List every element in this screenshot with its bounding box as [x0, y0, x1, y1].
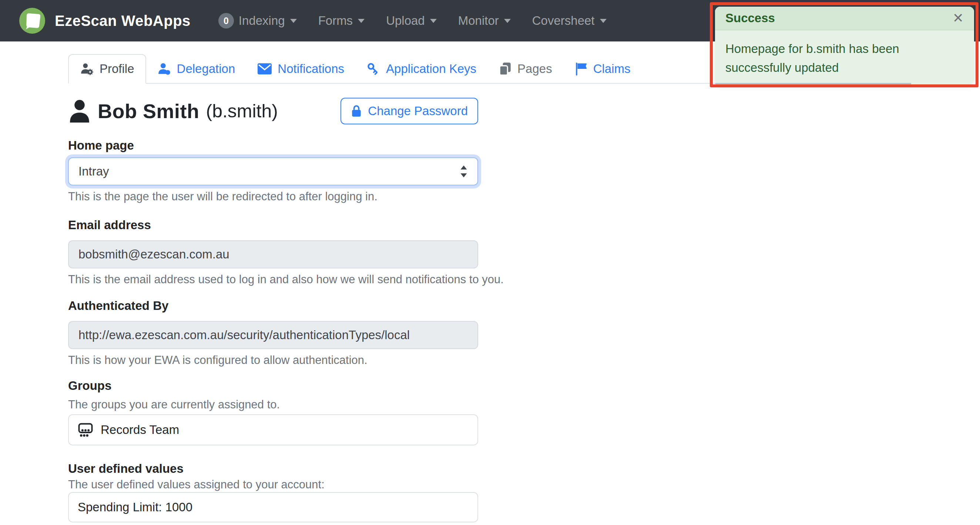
main-content: Profile Delegation Notifications	[0, 54, 980, 522]
change-password-button[interactable]: Change Password	[340, 98, 478, 124]
tab-label: Pages	[517, 62, 552, 76]
toast-title: Success	[725, 11, 775, 25]
key-icon	[366, 62, 380, 76]
tab-label: Application Keys	[386, 62, 476, 76]
indexing-count-badge: 0	[218, 13, 234, 29]
toast-progress-bar	[715, 83, 911, 86]
nav-item-label: Indexing	[239, 14, 285, 28]
envelope-icon	[257, 62, 272, 75]
tab-application-keys[interactable]: Application Keys	[355, 55, 487, 83]
app-title: EzeScan WebApps	[55, 13, 191, 29]
tab-label: Delegation	[177, 62, 235, 76]
pages-icon	[498, 62, 512, 76]
nav-item-label: Upload	[386, 14, 425, 28]
change-password-label: Change Password	[368, 104, 468, 118]
user-identity: Bob Smith (b.smith)	[68, 99, 278, 123]
flag-icon	[574, 62, 588, 76]
person-gear-icon	[80, 62, 94, 76]
nav-item-forms[interactable]: Forms	[307, 14, 375, 28]
authenticated-by-help: This is how your EWA is configured to al…	[68, 354, 913, 367]
group-name: Records Team	[101, 423, 179, 437]
tab-label: Claims	[593, 62, 631, 76]
close-icon[interactable]: ✕	[953, 11, 964, 25]
nav-item-upload[interactable]: Upload	[375, 14, 447, 28]
nav-item-coversheet[interactable]: Coversheet	[522, 14, 617, 28]
groups-label: Groups	[68, 379, 913, 393]
tab-profile[interactable]: Profile	[68, 54, 146, 84]
nav-item-label: Monitor	[458, 14, 499, 28]
navbar-menu: 0 Indexing Forms Upload Monitor Covershe…	[208, 13, 617, 29]
success-toast: Success ✕ Homepage for b.smith has been …	[715, 7, 974, 84]
email-label: Email address	[68, 218, 913, 232]
nav-item-monitor[interactable]: Monitor	[447, 14, 522, 28]
chevron-down-icon	[358, 19, 364, 23]
authenticated-by-field[interactable]	[68, 321, 478, 349]
chevron-down-icon	[504, 19, 511, 23]
authenticated-by-label: Authenticated By	[68, 299, 913, 313]
nav-item-label: Forms	[318, 14, 353, 28]
lock-icon	[351, 105, 362, 117]
tab-label: Profile	[100, 62, 134, 76]
profile-header: Bob Smith (b.smith) Change Password	[68, 98, 478, 124]
user-defined-values-list: Spending Limit: 1000	[68, 492, 478, 522]
toast-message: Homepage for b.smith has been successful…	[715, 30, 974, 77]
chevron-down-icon	[290, 19, 297, 23]
tab-label: Notifications	[278, 62, 344, 76]
page-title: Bob Smith	[98, 100, 199, 123]
tab-pages: Pages	[487, 55, 563, 83]
email-help: This is the email address used to log in…	[68, 273, 913, 286]
home-page-select[interactable]: Intray	[68, 157, 478, 185]
groups-help: The groups you are currently assigned to…	[68, 398, 913, 411]
user-defined-values-label: User defined values	[68, 462, 913, 476]
ezescan-logo-icon	[19, 8, 45, 34]
person-icon	[68, 99, 91, 123]
home-page-help: This is the page the user will be redire…	[68, 190, 913, 203]
list-item: Spending Limit: 1000	[69, 493, 477, 522]
toast-header: Success ✕	[715, 7, 974, 30]
chevron-down-icon	[430, 19, 437, 23]
tab-claims[interactable]: Claims	[563, 55, 642, 83]
user-defined-values-help: The user defined values assigned to your…	[68, 478, 913, 491]
username: (b.smith)	[206, 101, 278, 122]
person-badge-icon	[157, 62, 171, 76]
groups-list: Records Team	[68, 414, 478, 445]
user-defined-value: Spending Limit: 1000	[78, 500, 192, 514]
email-field[interactable]	[68, 240, 478, 268]
select-arrows-icon	[460, 165, 468, 178]
home-page-label: Home page	[68, 139, 913, 153]
nav-item-indexing[interactable]: 0 Indexing	[208, 13, 307, 29]
tab-delegation[interactable]: Delegation	[146, 55, 247, 83]
group-icon	[78, 423, 93, 437]
brand[interactable]: EzeScan WebApps	[19, 8, 191, 34]
nav-item-label: Coversheet	[532, 14, 595, 28]
home-page-selected-value: Intray	[78, 164, 109, 179]
tab-notifications[interactable]: Notifications	[246, 55, 355, 83]
chevron-down-icon	[600, 19, 606, 23]
list-item: Records Team	[69, 415, 477, 445]
